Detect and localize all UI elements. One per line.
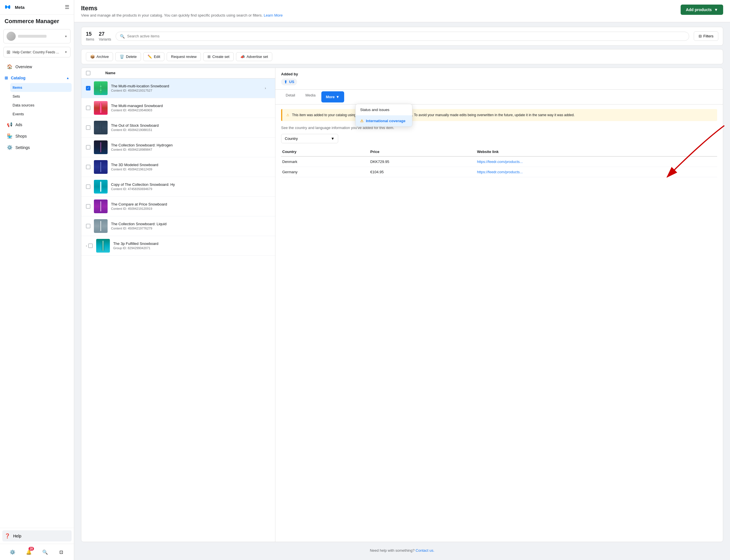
- svg-rect-4: [100, 90, 102, 90]
- notifications-icon-btn[interactable]: 🔔 28: [24, 547, 34, 557]
- filter-icon: ⊟: [699, 34, 702, 38]
- learn-more-link[interactable]: Learn More: [264, 13, 283, 17]
- filters-button[interactable]: ⊟ Filters: [694, 31, 718, 41]
- commerce-manager-title: Commerce Manager: [0, 15, 74, 27]
- tab-detail[interactable]: Detail: [281, 90, 300, 104]
- upload-icon: ⬆: [284, 80, 287, 84]
- stats-search-bar: 15 Items 27 Variants 🔍 ⊟ Filters: [81, 27, 723, 46]
- product-thumbnail-4: [94, 140, 108, 154]
- archive-button[interactable]: 📦 Archive: [86, 52, 113, 61]
- advertise-set-button[interactable]: 📣 Advertise set: [236, 52, 272, 61]
- sidebar-item-items[interactable]: Items: [10, 83, 72, 92]
- product-id-7: Content ID: 45094219120919: [111, 207, 271, 210]
- account-selector[interactable]: ▼: [3, 29, 70, 43]
- edit-button[interactable]: ✏️ Edit: [143, 52, 164, 61]
- row-checkbox-2[interactable]: [86, 106, 90, 110]
- table-row[interactable]: The Multi-managed Snowboard Content ID: …: [81, 98, 275, 118]
- table-row[interactable]: The Collection Snowboard: Liquid Content…: [81, 216, 275, 236]
- delete-button[interactable]: 🗑️ Delete: [115, 52, 141, 61]
- intl-coverage-section: See the country and language information…: [281, 126, 717, 177]
- row-checkbox-3[interactable]: [86, 125, 90, 130]
- row-checkbox-4[interactable]: [86, 145, 90, 150]
- nav-items: 🏠 Overview ⊞ Catalog ▲ Items Sets Data s…: [0, 60, 74, 528]
- product-id-9: Group ID: 8294299042071: [113, 246, 271, 250]
- product-id-8: Content ID: 45094219776279: [111, 227, 271, 230]
- warning-icon-dropdown: ⚠: [360, 119, 364, 123]
- catalog-collapse-icon: ▲: [66, 76, 69, 80]
- table-row[interactable]: The Collection Snowboard: Hydrogen Conte…: [81, 138, 275, 157]
- added-by-label: Added by: [281, 72, 717, 76]
- svg-rect-18: [100, 221, 101, 231]
- gear-icon: ⚙️: [10, 549, 15, 555]
- settings-icon: ⚙️: [7, 145, 13, 150]
- help-item[interactable]: ❓ Help: [2, 530, 72, 541]
- tab-more[interactable]: More ▼: [321, 91, 344, 102]
- meta-logo-svg: [5, 5, 13, 10]
- search-input[interactable]: [127, 34, 685, 38]
- intl-coverage-description: See the country and language information…: [281, 126, 717, 130]
- row-checkbox-9[interactable]: [88, 243, 93, 248]
- warning-icon: ⚠: [286, 113, 289, 117]
- product-name-8: The Collection Snowboard: Liquid: [111, 222, 271, 226]
- more-dropdown-menu: Status and issues ⚠ International covera…: [355, 104, 412, 127]
- dropdown-item-status-issues[interactable]: Status and issues: [356, 104, 412, 115]
- row-expand-1[interactable]: ›: [265, 86, 271, 90]
- tab-media[interactable]: Media: [301, 90, 320, 104]
- sidebar-item-events[interactable]: Events: [10, 110, 72, 118]
- expand-left-icon[interactable]: ›: [86, 244, 87, 247]
- svg-rect-16: [100, 201, 101, 211]
- sidebar-item-ads[interactable]: 📢 Ads: [2, 119, 72, 130]
- page-title-area: Items View and manage all the products i…: [81, 5, 283, 17]
- sidebar-item-settings[interactable]: ⚙️ Settings: [2, 142, 72, 153]
- home-icon: 🏠: [7, 64, 13, 69]
- sidebar-item-sets[interactable]: Sets: [10, 92, 72, 101]
- table-row[interactable]: The Out of Stock Snowboard Content ID: 4…: [81, 118, 275, 138]
- select-all-checkbox[interactable]: [86, 71, 90, 75]
- items-list: Name ✓: [81, 68, 275, 542]
- main-content: Items View and manage all the products i…: [74, 0, 730, 560]
- catalog-section: ⊞ Catalog ▲ Items Sets Data sources Even…: [2, 73, 72, 118]
- stats-group: 15 Items 27 Variants: [86, 31, 111, 41]
- layout-icon-btn[interactable]: ⊡: [56, 547, 66, 557]
- footer-bar: Need help with something? Contact us.: [81, 545, 723, 555]
- product-id-6: Content ID: 47458350694679: [111, 187, 271, 191]
- sidebar-item-shops[interactable]: 🏪 Shops: [2, 130, 72, 142]
- row-checkbox-7[interactable]: [86, 204, 90, 209]
- hamburger-icon[interactable]: ☰: [65, 4, 69, 10]
- sidebar-item-overview-label: Overview: [15, 65, 67, 69]
- row-checkbox-5[interactable]: [86, 165, 90, 169]
- row-checkbox-8[interactable]: [86, 224, 90, 228]
- contact-us-link[interactable]: Contact us.: [416, 548, 434, 553]
- table-row[interactable]: The 3D Modeled Snowboard Content ID: 450…: [81, 157, 275, 177]
- sidebar-item-catalog[interactable]: ⊞ Catalog ▲: [2, 73, 72, 83]
- ads-icon: 📢: [7, 122, 13, 127]
- product-id-1: Content ID: 45094219317527: [111, 89, 265, 92]
- product-name-3: The Out of Stock Snowboard: [111, 123, 271, 128]
- grid-icon: ⊞: [7, 49, 10, 55]
- items-label: Items: [86, 37, 94, 41]
- sidebar-bottom: ❓ Help: [0, 528, 74, 544]
- table-row[interactable]: The Compare at Price Snowboard Content I…: [81, 197, 275, 216]
- svg-rect-20: [102, 241, 104, 251]
- request-review-button[interactable]: Request review: [167, 52, 201, 61]
- table-row[interactable]: ✓ The Multi-multi-location Snowboard: [81, 78, 275, 98]
- add-products-button[interactable]: Add products ▼: [681, 5, 723, 15]
- table-row[interactable]: › The 3p Fulfilled Snowboard Group ID: 8…: [81, 236, 275, 256]
- website-col-header: Website link: [476, 147, 717, 156]
- table-row[interactable]: Copy of The Collection Snowboard: Hy Con…: [81, 177, 275, 197]
- catalog-sub-items: Items Sets Data sources Events: [2, 83, 72, 118]
- sidebar-item-data-sources[interactable]: Data sources: [10, 101, 72, 110]
- notification-badge: 28: [29, 547, 34, 551]
- dropdown-item-intl-coverage[interactable]: ⚠ International coverage: [356, 115, 412, 126]
- settings-footer-icon[interactable]: ⚙️: [7, 547, 18, 557]
- row-checkbox-1[interactable]: ✓: [86, 86, 90, 90]
- create-set-button[interactable]: ⊞ Create set: [203, 52, 234, 61]
- search-footer-icon[interactable]: 🔍: [40, 547, 50, 557]
- sidebar-item-overview[interactable]: 🏠 Overview: [2, 61, 72, 72]
- edit-icon: ✏️: [148, 55, 152, 59]
- row-checkbox-6[interactable]: [86, 184, 90, 189]
- svg-rect-8: [100, 122, 101, 133]
- country-selector-dropdown[interactable]: Country ▼: [281, 134, 338, 143]
- detail-content: ⚠ This item was added to your catalog us…: [275, 104, 723, 542]
- help-center-selector[interactable]: ⊞ Help Center: Country Feeds ... ▼: [3, 47, 70, 57]
